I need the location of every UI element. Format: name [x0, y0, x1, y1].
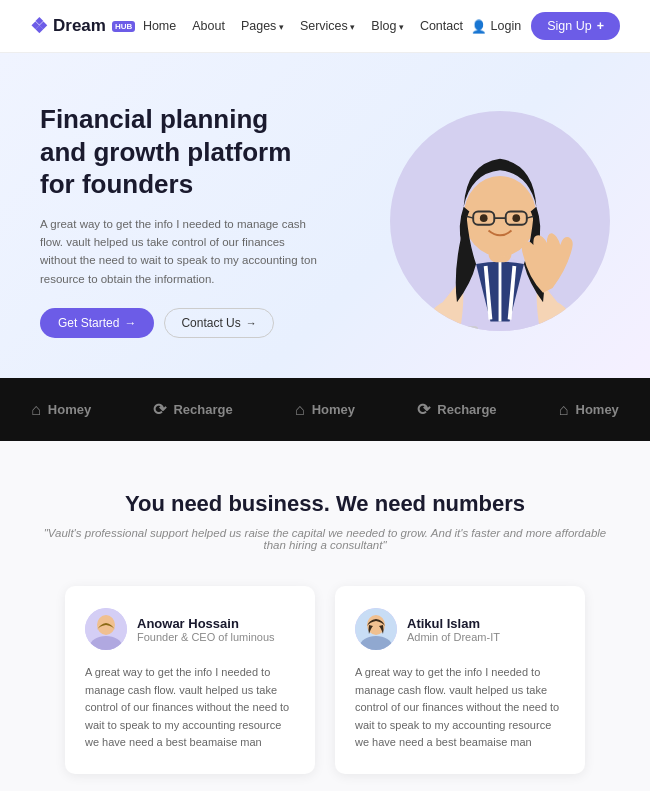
contact-us-button[interactable]: Contact Us — [164, 308, 273, 338]
author-name-1: Anowar Hossain — [137, 616, 275, 631]
card-text-2: A great way to get the info I needed to … — [355, 664, 565, 752]
logo-text: Dream — [53, 16, 106, 36]
hero-section: Financial planning and growth platform f… — [0, 53, 650, 378]
logo-sym-2: ⟳ — [153, 400, 166, 419]
nav-right: 👤 Login Sign Up — [471, 12, 620, 40]
numbers-subtitle: "Vault's professional support helped us … — [40, 527, 610, 551]
login-label: Login — [491, 19, 522, 33]
author-role-1: Founder & CEO of luminous — [137, 631, 275, 643]
hero-text: Financial planning and growth platform f… — [40, 103, 320, 338]
testimonial-card-2: Atikul Islam Admin of Dream-IT A great w… — [335, 586, 585, 774]
login-button[interactable]: 👤 Login — [471, 19, 522, 34]
logo-item-1: ⌂ Homey — [31, 401, 91, 419]
logo-sym-3: ⌂ — [295, 401, 305, 419]
get-started-button[interactable]: Get Started — [40, 308, 154, 338]
logo-item-4: ⟳ Recharge — [417, 400, 496, 419]
hero-title: Financial planning and growth platform f… — [40, 103, 320, 201]
author-name-2: Atikul Islam — [407, 616, 500, 631]
logo-sym-1: ⌂ — [31, 401, 41, 419]
logo-item-3: ⌂ Homey — [295, 401, 355, 419]
logo-name-5: Homey — [576, 402, 619, 417]
nav-pages[interactable]: Pages — [241, 19, 284, 33]
logo-name-4: Recharge — [437, 402, 496, 417]
hero-image — [390, 111, 610, 331]
nav-about[interactable]: About — [192, 19, 225, 33]
nav-home[interactable]: Home — [143, 19, 176, 33]
svg-point-15 — [512, 214, 520, 222]
logo-icon: ❖ — [30, 14, 48, 38]
svg-rect-5 — [428, 328, 475, 331]
svg-point-14 — [480, 214, 488, 222]
card-author-1: Anowar Hossain Founder & CEO of luminous — [85, 608, 295, 650]
signup-label: Sign Up — [547, 19, 591, 33]
avatar-1 — [85, 608, 127, 650]
svg-rect-4 — [425, 326, 478, 331]
card-author-2: Atikul Islam Admin of Dream-IT — [355, 608, 565, 650]
logo-item-2: ⟳ Recharge — [153, 400, 232, 419]
testimonials: Anowar Hossain Founder & CEO of luminous… — [40, 586, 610, 774]
author-info-2: Atikul Islam Admin of Dream-IT — [407, 616, 500, 643]
logo-name-3: Homey — [312, 402, 355, 417]
numbers-title: You need business. We need numbers — [40, 491, 610, 517]
testimonial-card-1: Anowar Hossain Founder & CEO of luminous… — [65, 586, 315, 774]
logo-name-1: Homey — [48, 402, 91, 417]
navbar: ❖ DreamHUB Home About Pages Services Blo… — [0, 0, 650, 53]
signup-button[interactable]: Sign Up — [531, 12, 620, 40]
person-icon: 👤 — [471, 19, 487, 34]
numbers-section: You need business. We need numbers "Vaul… — [0, 441, 650, 791]
author-role-2: Admin of Dream-IT — [407, 631, 500, 643]
hero-description: A great way to get the info I needed to … — [40, 215, 320, 289]
logo-item-5: ⌂ Homey — [559, 401, 619, 419]
nav-services[interactable]: Services — [300, 19, 355, 33]
nav-links: Home About Pages Services Blog Contact — [143, 19, 463, 33]
nav-blog[interactable]: Blog — [371, 19, 404, 33]
hero-buttons: Get Started Contact Us — [40, 308, 320, 338]
author-info-1: Anowar Hossain Founder & CEO of luminous — [137, 616, 275, 643]
logos-strip: ⌂ Homey ⟳ Recharge ⌂ Homey ⟳ Recharge ⌂ … — [0, 378, 650, 441]
hub-badge: HUB — [112, 21, 135, 32]
card-text-1: A great way to get the info I needed to … — [85, 664, 295, 752]
logo[interactable]: ❖ DreamHUB — [30, 14, 135, 38]
logo-sym-4: ⟳ — [417, 400, 430, 419]
avatar-2 — [355, 608, 397, 650]
logo-sym-5: ⌂ — [559, 401, 569, 419]
nav-contact[interactable]: Contact — [420, 19, 463, 33]
logo-name-2: Recharge — [173, 402, 232, 417]
